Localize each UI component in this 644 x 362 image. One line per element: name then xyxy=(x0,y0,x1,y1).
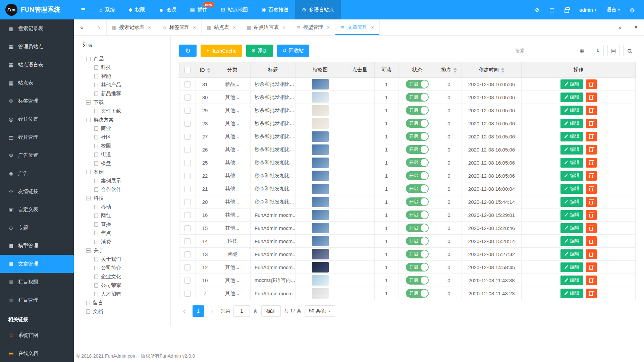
row-checkbox[interactable] xyxy=(184,121,191,127)
tab-3[interactable]: ▦站点表× xyxy=(202,19,241,35)
edit-button[interactable]: 编辑 xyxy=(560,119,583,128)
tree-leaf[interactable]: 公司简介 xyxy=(86,263,170,272)
message-icon[interactable]: ◍ xyxy=(630,7,635,13)
current-page[interactable]: 1 xyxy=(193,305,204,317)
status-toggle[interactable]: 开启 xyxy=(406,224,429,232)
row-checkbox[interactable] xyxy=(184,160,191,166)
select-all-checkbox[interactable] xyxy=(184,67,191,73)
status-toggle[interactable]: 开启 xyxy=(406,145,429,154)
tab-4[interactable]: ▦站点语言表× xyxy=(241,19,291,35)
tree-branch[interactable]: 解决方案 xyxy=(86,115,170,124)
close-icon[interactable]: × xyxy=(233,25,235,30)
nav-item-5[interactable]: ⊞站点地图 xyxy=(214,0,255,19)
language-dropdown[interactable]: 语言 ▾ xyxy=(606,7,620,13)
close-icon[interactable]: × xyxy=(327,25,329,30)
close-icon[interactable]: × xyxy=(148,25,151,30)
delete-button[interactable] xyxy=(586,276,597,285)
tree-leaf[interactable]: 其他产品 xyxy=(86,80,170,89)
delete-button[interactable] xyxy=(586,249,597,259)
fullscreen-icon[interactable]: ▢ xyxy=(549,7,554,13)
sidebar-item-7[interactable]: ▤碎片管理 xyxy=(0,128,74,146)
tree-leaf[interactable]: 公司荣耀 xyxy=(86,281,170,290)
delete-button[interactable] xyxy=(586,171,597,181)
export-button[interactable]: ⇓ xyxy=(592,45,604,56)
prev-page-button[interactable]: ‹ xyxy=(179,305,189,317)
delete-button[interactable] xyxy=(586,93,597,102)
tree-leaf[interactable]: 商业 xyxy=(86,124,170,133)
tree-branch[interactable]: 产品 xyxy=(86,54,170,63)
sidebar-item-3[interactable]: ▦站点语言表 xyxy=(0,56,74,74)
refresh-button[interactable]: ↻ xyxy=(179,45,197,57)
tree-leaf[interactable]: 楼盘 xyxy=(86,159,170,168)
status-toggle[interactable]: 开启 xyxy=(406,210,429,219)
tree-leaf[interactable]: 案例展示 xyxy=(86,176,170,185)
home-tab[interactable]: ⌂ xyxy=(90,19,107,35)
sort-icon[interactable] xyxy=(501,68,504,73)
sidebar-item-16[interactable]: ≣栏目管理 xyxy=(0,291,74,309)
delete-button[interactable] xyxy=(586,184,597,194)
edit-button[interactable]: 编辑 xyxy=(560,262,583,272)
tree-leaf[interactable]: 文档 xyxy=(86,307,170,316)
edit-button[interactable]: 编辑 xyxy=(560,236,583,246)
search-toggle-button[interactable] xyxy=(623,45,635,56)
page-size-select[interactable]: 50 条/页 ▾ xyxy=(305,305,335,317)
edit-button[interactable]: 编辑 xyxy=(560,106,583,115)
sidebar-item-12[interactable]: ◇专题 xyxy=(0,219,74,237)
close-icon[interactable]: × xyxy=(283,25,285,30)
row-checkbox[interactable] xyxy=(184,108,191,114)
sidebar-item-2[interactable]: ▦管理员站点 xyxy=(0,38,74,56)
edit-button[interactable]: 编辑 xyxy=(560,289,583,298)
collapse-icon[interactable] xyxy=(86,100,91,105)
delete-button[interactable] xyxy=(586,79,597,89)
status-toggle[interactable]: 开启 xyxy=(406,80,429,88)
edit-button[interactable]: 编辑 xyxy=(560,223,583,233)
delete-button[interactable] xyxy=(586,223,597,233)
status-toggle[interactable]: 开启 xyxy=(406,106,429,115)
lock-icon[interactable] xyxy=(565,9,569,13)
collapse-icon[interactable] xyxy=(86,118,91,122)
tree-leaf[interactable]: 社区 xyxy=(86,133,170,141)
row-checkbox[interactable] xyxy=(184,225,191,231)
columns-toggle-button[interactable]: ▦ xyxy=(576,45,588,56)
tree-leaf[interactable]: 校园 xyxy=(86,141,170,150)
delete-button[interactable] xyxy=(586,289,597,298)
delete-button[interactable] xyxy=(586,132,597,141)
goto-page-input[interactable] xyxy=(233,305,250,317)
status-toggle[interactable]: 开启 xyxy=(406,119,429,128)
sidebar-item-14[interactable]: ≣文章管理 xyxy=(0,255,74,273)
row-checkbox[interactable] xyxy=(184,212,191,218)
tree-leaf[interactable]: 网红 xyxy=(86,211,170,220)
collapse-icon[interactable] xyxy=(86,170,91,174)
tree-leaf[interactable]: 文件下载 xyxy=(86,107,170,115)
row-checkbox[interactable] xyxy=(184,173,191,179)
search-input[interactable] xyxy=(511,45,572,56)
edit-button[interactable]: 编辑 xyxy=(560,145,583,155)
flashcache-button[interactable]: ⚡ flashCache xyxy=(201,45,242,57)
edit-button[interactable]: 编辑 xyxy=(560,184,583,194)
tabs-menu-icon[interactable]: ▾ xyxy=(628,19,644,35)
status-toggle[interactable]: 开启 xyxy=(406,132,429,141)
tabs-scroll-right-icon[interactable]: » xyxy=(612,19,628,35)
sidebar-item-6[interactable]: ◎碎片位置 xyxy=(0,110,74,128)
sort-icon[interactable] xyxy=(207,68,210,73)
tree-leaf[interactable]: 消费 xyxy=(86,237,170,246)
delete-button[interactable] xyxy=(586,106,597,115)
nav-item-6[interactable]: ◉百度推送 xyxy=(255,0,295,19)
close-icon[interactable]: × xyxy=(193,25,196,30)
tree-leaf[interactable]: 新品推荐 xyxy=(86,89,170,98)
print-button[interactable]: ▤ xyxy=(607,45,620,56)
delete-button[interactable] xyxy=(586,158,597,168)
status-toggle[interactable]: 开启 xyxy=(406,158,429,167)
status-toggle[interactable]: 开启 xyxy=(406,93,429,102)
sidebar-item-5[interactable]: ☺标签管理 xyxy=(0,92,74,110)
tree-leaf[interactable]: 留言 xyxy=(86,298,170,307)
sidebar-item-9[interactable]: ◈广告 xyxy=(0,164,74,182)
sidebar-item-11[interactable]: ▣自定义表 xyxy=(0,200,74,219)
sidebar-item-8[interactable]: ⚙广告位置 xyxy=(0,146,74,164)
sort-icon[interactable] xyxy=(453,68,457,73)
status-toggle[interactable]: 开启 xyxy=(406,237,429,245)
nav-item-3[interactable]: ☻会员 xyxy=(152,0,183,19)
tree-leaf[interactable]: 科技 xyxy=(86,63,170,72)
status-toggle[interactable]: 开启 xyxy=(406,171,429,180)
tree-leaf[interactable]: 直播 xyxy=(86,220,170,229)
